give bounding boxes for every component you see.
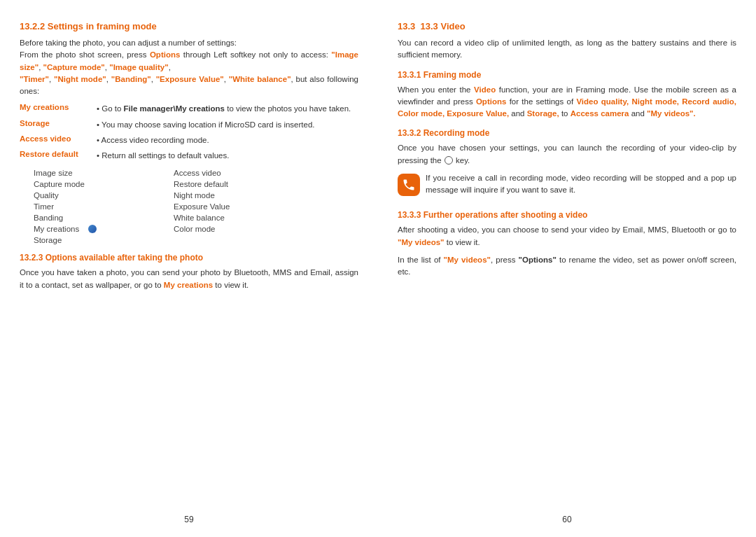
section-333-title: 13.3.3 Further operations after shooting… bbox=[398, 210, 736, 220]
section-333-text2: In the list of "My videos", press "Optio… bbox=[398, 254, 736, 279]
list-item-storage-left: Storage bbox=[34, 236, 174, 244]
list-item-white-balance: White balance bbox=[174, 214, 286, 222]
page-right: 13.3 13.3 Video You can record a video c… bbox=[378, 0, 756, 537]
circle-key-icon bbox=[444, 156, 453, 165]
settings-list-right: Access video Restore default Night mode … bbox=[174, 169, 286, 244]
def-storage: Storage You may choose saving location i… bbox=[20, 119, 358, 131]
settings-list-left: Image size Capture mode Quality Timer Ba… bbox=[34, 169, 174, 244]
page-left: 13.2.2 Settings in framing mode Before t… bbox=[0, 0, 378, 537]
dot-indicator bbox=[88, 225, 97, 233]
list-item-image-size: Image size bbox=[34, 169, 174, 177]
list-item-exposure-value: Exposure Value bbox=[174, 202, 286, 211]
section-332-text: Once you have chosen your settings, you … bbox=[398, 142, 736, 167]
list-item-restore-default: Restore default bbox=[174, 180, 286, 188]
list-item-timer: Timer bbox=[34, 202, 174, 211]
icon-notice: If you receive a call in recording mode,… bbox=[398, 172, 736, 202]
settings-list: Image size Capture mode Quality Timer Ba… bbox=[34, 169, 358, 244]
list-item-night-mode: Night mode bbox=[174, 191, 286, 200]
phone-svg bbox=[402, 178, 416, 192]
section-322-intro: Before taking the photo, you can adjust … bbox=[20, 37, 358, 97]
list-item-banding: Banding bbox=[34, 214, 174, 222]
phone-icon bbox=[398, 174, 420, 196]
section-332-title: 13.3.2 Recording mode bbox=[398, 128, 736, 138]
def-my-creations: My creations Go to File manager\My creat… bbox=[20, 103, 358, 115]
list-item-access-video: Access video bbox=[174, 169, 286, 177]
section-323-title: 13.2.3 Options available after taking th… bbox=[20, 253, 358, 263]
section-333-text1: After shooting a video, you can choose t… bbox=[398, 224, 736, 249]
list-item-my-creations: My creations bbox=[34, 225, 174, 233]
section-13-intro: You can record a video clip of unlimited… bbox=[398, 37, 736, 62]
list-item-color-mode: Color mode bbox=[174, 225, 286, 233]
page-number-left: 59 bbox=[184, 515, 193, 524]
section-331-text: When you enter the Video function, your … bbox=[398, 84, 736, 120]
list-item-capture-mode: Capture mode bbox=[34, 180, 174, 188]
def-access-video: Access video Access video recording mode… bbox=[20, 134, 358, 146]
section-322-title: 13.2.2 Settings in framing mode bbox=[20, 21, 358, 32]
section-323-text: Once you have taken a photo, you can sen… bbox=[20, 267, 358, 291]
section-13-title: 13.3 13.3 Video bbox=[398, 21, 736, 32]
icon-notice-text: If you receive a call in recording mode,… bbox=[426, 172, 736, 197]
page-number-right: 60 bbox=[562, 515, 571, 524]
section-331-title: 13.3.1 Framing mode bbox=[398, 70, 736, 80]
def-restore-default: Restore default Return all settings to d… bbox=[20, 150, 358, 162]
list-item-quality: Quality bbox=[34, 191, 174, 200]
definitions-table: My creations Go to File manager\My creat… bbox=[20, 103, 358, 162]
